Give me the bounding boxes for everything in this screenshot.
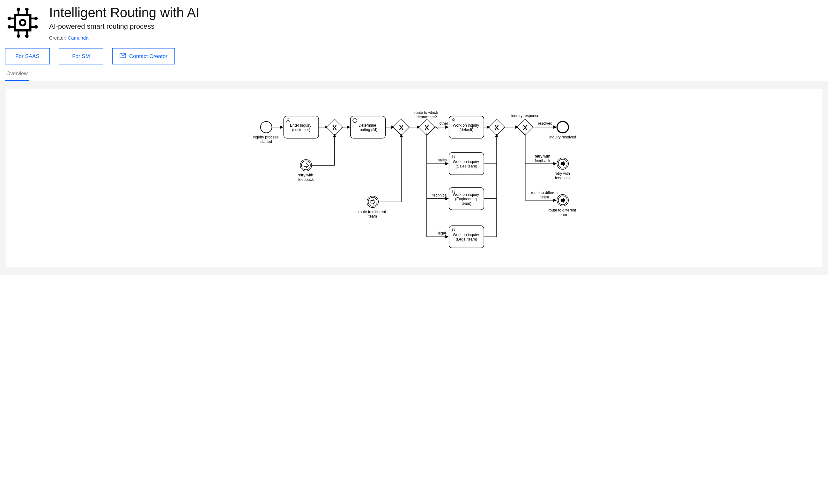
link-catch-routediff-label: route to different team — [358, 210, 387, 218]
gateway-merge-retry[interactable]: X — [327, 119, 343, 135]
creator-link[interactable]: Camunda — [68, 35, 88, 41]
svg-rect-18 — [120, 53, 126, 58]
flow-routediff-in — [378, 134, 401, 202]
svg-text:X: X — [494, 124, 499, 131]
flow-eng-merge — [484, 164, 497, 199]
svg-point-3 — [16, 8, 20, 11]
link-catch-routediff[interactable] — [367, 196, 379, 208]
contact-creator-label: Contact Creator — [129, 53, 167, 60]
gateway-response-label: inquiry response — [511, 114, 539, 118]
link-throw-retry[interactable] — [557, 158, 568, 169]
link-throw-routediff-label: route to different team — [548, 208, 577, 217]
flow-sales-merge — [484, 134, 497, 164]
contact-creator-button[interactable]: Contact Creator — [112, 48, 175, 65]
task-determine-routing-label: Determine routing (AI) — [359, 123, 377, 132]
creator-line: Creator: Camunda — [49, 35, 200, 41]
gateway-merge-work[interactable]: X — [489, 119, 505, 135]
svg-rect-0 — [15, 15, 30, 30]
mail-icon — [120, 53, 126, 60]
task-work-sales-label: Work on inquiry (Sales team) — [453, 160, 480, 168]
task-enter-inquiry-label: Enter inquiry (customer) — [290, 123, 312, 132]
action-bar: For SAAS For SM Contact Creator — [5, 48, 823, 65]
edge-resolved-label: resolved — [538, 121, 552, 126]
start-event-label: inquiry process started — [253, 135, 280, 144]
end-event-label: inquiry resolved — [549, 135, 576, 139]
edge-legal-label: legal — [438, 231, 446, 236]
svg-point-11 — [8, 16, 11, 20]
link-throw-routediff[interactable] — [557, 195, 568, 206]
svg-point-7 — [16, 34, 20, 38]
svg-point-15 — [34, 16, 38, 20]
for-sm-label: For SM — [72, 53, 90, 60]
svg-point-13 — [8, 25, 11, 29]
edge-technical-label: technical — [432, 193, 448, 198]
link-throw-retry-label: retry with feedback — [554, 171, 571, 180]
for-saas-button[interactable]: For SAAS — [5, 48, 50, 65]
svg-point-38 — [557, 122, 568, 133]
creator-label: Creator: — [49, 35, 68, 41]
gateway-inquiry-response[interactable]: X — [517, 119, 533, 135]
edge-other-label: other — [440, 121, 448, 126]
svg-text:X: X — [332, 124, 337, 131]
svg-point-44 — [301, 161, 310, 170]
flow-legal-merge — [484, 199, 497, 237]
svg-text:X: X — [523, 124, 528, 131]
flow-retry-in — [312, 134, 335, 165]
svg-point-5 — [25, 8, 29, 11]
page-header: Intelligent Routing with AI AI-powered s… — [5, 5, 823, 41]
start-event[interactable] — [260, 122, 272, 133]
tab-overview-label: Overview — [6, 71, 28, 76]
gateway-merge-route[interactable]: X — [393, 119, 410, 135]
for-sm-button[interactable]: For SM — [59, 48, 104, 65]
for-saas-label: For SAAS — [15, 53, 40, 60]
page-subtitle: AI-powered smart routing process — [49, 22, 200, 31]
end-event[interactable] — [557, 122, 568, 133]
tabs: Overview — [5, 68, 823, 81]
link-catch-retry[interactable] — [300, 160, 312, 171]
task-work-legal-label: Work on inquiry (Legal team) — [453, 233, 480, 242]
blueprint-logo — [5, 5, 40, 40]
bpmn-canvas[interactable]: inquiry process started Enter inquiry (c… — [5, 89, 823, 267]
edge-sales-label: sales — [438, 158, 447, 162]
svg-point-17 — [34, 25, 38, 29]
gateway-route-label: route to which deparment? — [414, 110, 439, 119]
svg-point-1 — [20, 20, 26, 26]
page-title: Intelligent Routing with AI — [49, 5, 200, 20]
svg-point-9 — [25, 34, 29, 38]
edge-retry-label: retry with feedback — [535, 154, 551, 163]
link-catch-retry-label: retry with feedback — [298, 173, 314, 182]
tab-overview[interactable]: Overview — [5, 68, 29, 81]
svg-point-46 — [368, 198, 377, 206]
canvas-area: inquiry process started Enter inquiry (c… — [0, 81, 828, 275]
svg-text:X: X — [399, 124, 404, 131]
edge-routediff-label: route to different team — [531, 191, 560, 199]
gateway-route-department[interactable]: X — [418, 119, 435, 135]
svg-text:X: X — [424, 124, 429, 131]
svg-point-20 — [260, 122, 272, 133]
